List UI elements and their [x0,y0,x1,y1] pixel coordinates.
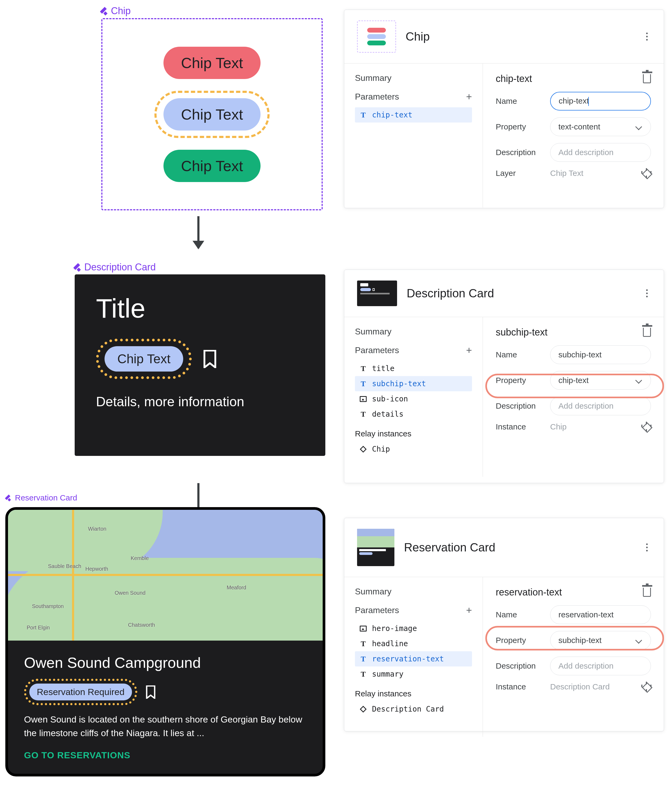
instance-icon [359,705,367,713]
property-label: Property [496,376,544,385]
add-parameter-icon[interactable]: + [466,91,472,103]
chip-variant-green[interactable]: Chip Text [164,150,261,182]
kebab-menu-icon[interactable] [646,36,648,37]
property-panel-chip: Chip Summary Parameters + T chip-text ch… [344,10,664,208]
panel-title: Reservation Card [404,541,637,554]
selection-outline: Chip Text [154,91,269,138]
detail-title: reservation-text [496,587,562,598]
name-input[interactable]: reservation-text [550,605,651,624]
add-parameter-icon[interactable]: + [466,344,472,356]
parameter-item[interactable]: Theadline [355,636,472,651]
relay-item[interactable]: Chip [355,441,472,457]
parameter-name: headline [372,639,408,648]
chip-variant-red[interactable]: Chip Text [164,47,261,79]
delete-icon[interactable] [643,328,651,337]
selection-outline: Reservation Required [24,679,137,705]
chip-component: Chip Chip Text Chip Text Chip Text [101,5,323,210]
figma-label-chip: Chip [101,5,323,16]
relay-name: Chip [372,445,390,454]
relay-item[interactable]: Description Card [355,701,472,717]
text-type-icon: T [359,111,367,119]
locate-target-icon[interactable] [642,682,651,691]
parameter-name: details [372,410,403,418]
parameter-name: title [372,364,395,373]
panel-thumbnail [357,280,397,306]
map-label: Southampton [32,603,64,610]
reservation-summary: Owen Sound is located on the southern sh… [24,713,307,740]
parameters-heading: Parameters [355,92,399,102]
chip-frame-border: Chip Text Chip Text Chip Text [101,18,323,210]
map-label: Kemble [131,555,149,561]
description-input[interactable]: Add description [550,143,651,162]
kebab-menu-icon[interactable] [646,547,648,548]
parameter-item[interactable]: hero-image [355,621,472,636]
name-input[interactable]: subchip-text [550,345,651,364]
parameter-item[interactable]: Treservation-text [355,651,472,666]
component-name: Reservation Card [15,493,77,502]
hero-map-image: Wiarton Sauble Beach Hepworth Kemble Owe… [8,510,323,640]
chip-variant-blue[interactable]: Chip Text [164,98,261,130]
text-type-icon: T [359,410,367,418]
description-label: Description [496,401,544,410]
parameter-item[interactable]: T chip-text [355,107,472,122]
panel-title: Description Card [407,287,637,300]
component-name: Chip [111,5,131,16]
detail-title: subchip-text [496,327,547,338]
relay-name: Description Card [372,704,444,713]
map-label: Port Elgin [27,624,50,631]
parameter-item[interactable]: Tdetails [355,407,472,422]
name-label: Name [496,610,544,619]
property-select[interactable]: chip-text [550,371,651,390]
map-label: Meaford [227,584,246,591]
reservation-chip[interactable]: Reservation Required [29,684,132,700]
layer-label: Layer [496,169,544,178]
locate-target-icon[interactable] [642,422,651,431]
delete-icon[interactable] [643,588,651,597]
parameter-item[interactable]: Ttitle [355,361,472,376]
component-icon [6,495,12,501]
map-label: Sauble Beach [48,563,81,569]
description-input[interactable]: Add description [550,656,651,675]
description-input[interactable]: Add description [550,397,651,415]
property-select[interactable]: text-content [550,117,651,136]
add-parameter-icon[interactable]: + [466,605,472,616]
parameter-item[interactable]: Tsubchip-text [355,376,472,391]
card-title: Title [96,293,304,324]
property-select[interactable]: subchip-text [550,631,651,650]
figma-label-reservation: Reservation Card [5,493,77,502]
reservations-cta-link[interactable]: GO TO RESERVATIONS [24,750,307,761]
parameters-heading: Parameters [355,605,399,615]
panel-title: Chip [406,30,637,43]
property-label: Property [496,636,544,645]
text-type-icon: T [359,365,367,373]
map-label: Owen Sound [115,590,146,596]
card-details: Details, more information [96,394,304,409]
summary-heading[interactable]: Summary [355,327,472,336]
instance-value: Chip [550,422,635,431]
panel-thumbnail [357,21,396,53]
map-label: Chatsworth [128,622,155,628]
name-input[interactable]: chip-text [550,92,651,111]
delete-icon[interactable] [643,74,651,83]
text-type-icon: T [359,380,367,388]
nested-chip[interactable]: Chip Text [104,346,183,372]
bookmark-icon[interactable] [145,685,156,699]
summary-heading[interactable]: Summary [355,73,472,83]
parameter-name: sub-icon [372,394,408,403]
parameter-item[interactable]: Tsummary [355,666,472,682]
figma-label-description: Description Card [75,262,326,273]
summary-heading[interactable]: Summary [355,587,472,597]
description-card-component: Description Card Title Chip Text Details… [75,262,326,456]
relay-instances-heading: Relay instances [355,429,472,438]
locate-target-icon[interactable] [642,169,651,178]
instance-label: Instance [496,422,544,431]
bookmark-icon[interactable] [202,350,217,368]
relay-instances-heading: Relay instances [355,689,472,698]
kebab-menu-icon[interactable] [646,293,648,294]
reservation-headline: Owen Sound Campground [24,654,307,671]
name-label: Name [496,97,544,106]
reservation-card: Wiarton Sauble Beach Hepworth Kemble Owe… [5,507,326,777]
image-type-icon [359,624,367,632]
panel-thumbnail [357,529,395,566]
parameter-item[interactable]: sub-icon [355,391,472,407]
